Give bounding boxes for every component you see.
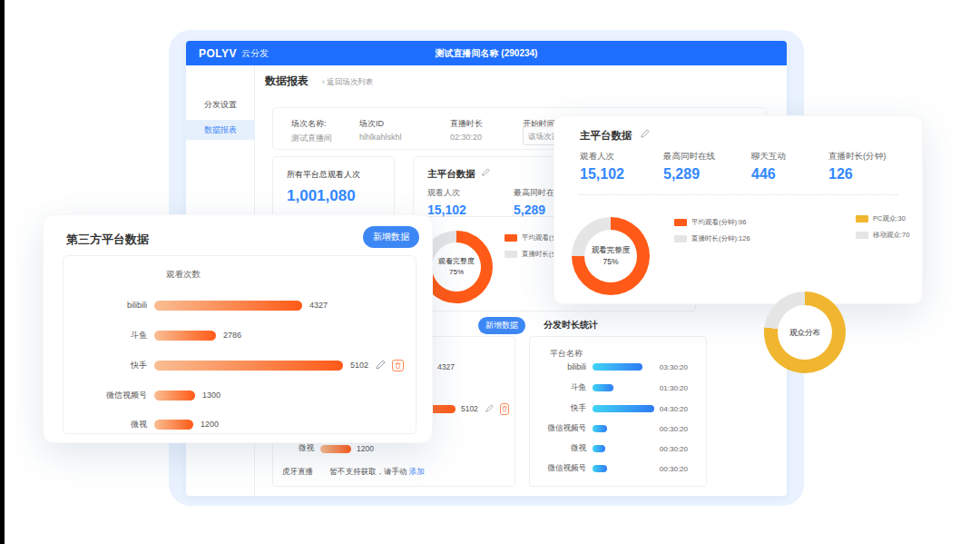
edit-icon[interactable]: [640, 129, 650, 139]
legend-swatch-yellow: [856, 215, 868, 223]
stat-peak-online: 最高同时在线 5,289: [663, 151, 715, 183]
duration-row-weishi: 微视 00:30:20: [539, 443, 699, 454]
bar: [593, 425, 607, 432]
sidebar-item-distribution-settings[interactable]: 分发设置: [186, 94, 255, 114]
session-name-label: 场次名称:: [291, 118, 327, 130]
bar: [320, 445, 351, 453]
bar-row-wechat-channels: 微信视频号 1300: [64, 389, 416, 401]
bar: [593, 405, 654, 412]
audience-donut: 观众分布: [764, 292, 846, 373]
stat-views: 观看人次 15,102: [580, 151, 624, 183]
bar: [154, 391, 195, 401]
audience-donut-legend: PC观众:30 移动观众:70: [856, 214, 909, 240]
dashed-divider: [578, 194, 898, 195]
main-platform-overlay-card: 主平台数据 观看人次 15,102 最高同时在线 5,289 聊天互动 446 …: [554, 115, 923, 304]
session-name-value: 测试直播间: [291, 133, 332, 144]
bar: [593, 384, 613, 391]
stat-chat-interactions: 聊天互动 446: [751, 151, 786, 183]
product-name: 云分发: [241, 47, 269, 60]
main-platform-overlay-title: 主平台数据: [580, 129, 650, 143]
huya-note: 虎牙直播 暂不支持获取，请手动 添加: [282, 467, 425, 478]
bar: [593, 445, 605, 452]
session-id-value: hlhlkahlskhl: [359, 133, 402, 142]
bar-row-douyu: 斗鱼 2786: [64, 329, 416, 341]
completion-donut: 观看完整度 75%: [572, 217, 650, 295]
completion-donut-center-text: 观看完整度 75%: [572, 217, 650, 295]
platform-name-header: 平台名称: [550, 348, 583, 360]
room-title: 测试直播间名称 (290234): [186, 41, 787, 65]
completion-donut-legend: 平均观看(分钟):96 直播时长(分钟):126: [674, 218, 750, 243]
legend-swatch-gray: [505, 251, 517, 258]
legend-swatch-orange: [674, 219, 687, 226]
audience-donut-center-text: 观众分布: [764, 292, 846, 373]
delete-icon[interactable]: [392, 360, 404, 371]
legend-swatch-gray: [856, 232, 868, 239]
duration-chart-box: 平台名称 bilibili 03:30:20 斗鱼 01:30:20 快手 04…: [529, 336, 707, 487]
bar: [593, 465, 607, 472]
edit-icon[interactable]: [485, 404, 494, 413]
stat-live-duration: 直播时长(分钟) 126: [828, 151, 886, 183]
bar-row-weishi: 微视 1200: [282, 443, 509, 454]
bar: [154, 420, 193, 430]
bar: [154, 331, 216, 341]
duration-row-wechat-channels-2: 微信视频号 00:30:20: [539, 463, 699, 474]
third-party-chart-box: 观看次数 bilibili 4327 斗鱼 2786 快手 5102 微信视频号: [63, 255, 416, 434]
duration-section-title: 分发时长统计: [544, 319, 598, 331]
huya-label: 虎牙直播: [282, 467, 313, 476]
back-to-session-list-link[interactable]: ‹ 返回场次列表: [322, 77, 373, 88]
bar-row-kuaishou: 快手 5102: [64, 359, 416, 371]
polyv-logo: POLYV: [199, 47, 237, 60]
duration-row-wechat-channels: 微信视频号 00:30:20: [539, 423, 699, 434]
bar-row-bilibili: bilibili 4327: [64, 299, 416, 312]
huya-note-text: 暂不支持获取，请手动: [329, 467, 407, 476]
page-title: 数据报表: [265, 74, 309, 89]
add-data-button[interactable]: 新增数据: [363, 226, 419, 248]
screen-edge-strip: [0, 0, 5, 544]
legend-swatch-gray: [674, 235, 687, 242]
edit-icon[interactable]: [375, 360, 386, 371]
third-party-title: 第三方平台数据: [66, 232, 149, 248]
delete-icon[interactable]: [500, 403, 509, 415]
duration-row-kuaishou: 快手 04:30:20: [539, 403, 699, 414]
bar: [154, 301, 302, 311]
huya-add-link[interactable]: 添加: [409, 467, 425, 476]
bar: [154, 361, 343, 371]
sidebar-item-data-report[interactable]: 数据报表: [186, 120, 255, 140]
bar-row-weishi: 微视 1200: [64, 418, 416, 430]
duration-row-douyu: 斗鱼 01:30:20: [539, 382, 699, 393]
legend-swatch-orange: [505, 234, 517, 242]
stat-views: 观看人次 15,102: [427, 187, 466, 217]
duration-row-bilibili: bilibili 03:30:20: [539, 361, 699, 372]
views-header: 观看次数: [166, 269, 201, 281]
edit-icon[interactable]: [481, 168, 490, 177]
add-data-button[interactable]: 新增数据: [478, 317, 525, 334]
app-header: 测试直播间名称 (290234) POLYV 云分发: [186, 41, 787, 65]
live-duration-label: 直播时长: [450, 118, 483, 130]
live-duration-value: 02:30:20: [450, 133, 482, 142]
main-platform-title: 主平台数据: [427, 168, 490, 181]
total-views-label: 所有平台总观看人次: [287, 169, 360, 181]
session-id-label: 场次ID: [359, 118, 384, 130]
app-logo[interactable]: POLYV 云分发: [199, 41, 269, 65]
bar: [593, 363, 642, 371]
third-party-overlay-card: 第三方平台数据 新增数据 观看次数 bilibili 4327 斗鱼 2786 …: [43, 214, 433, 443]
total-views-value: 1,001,080: [287, 187, 356, 205]
